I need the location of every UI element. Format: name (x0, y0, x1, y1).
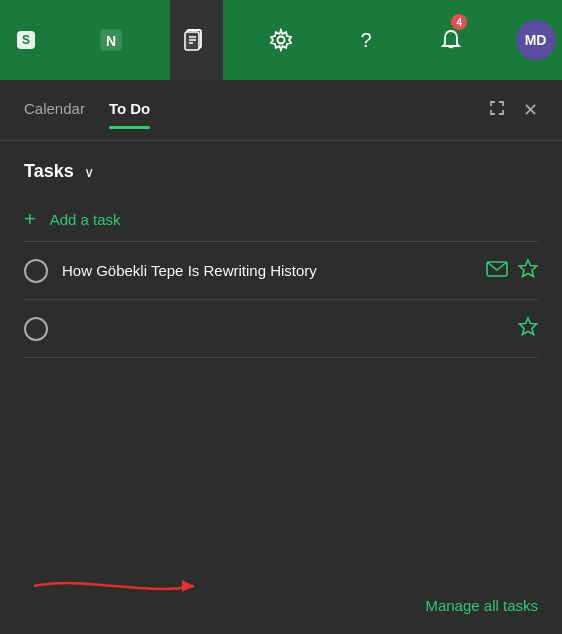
table-row: How Göbekli Tepe Is Rewriting History (24, 242, 538, 300)
nav-item-tasks[interactable] (170, 0, 223, 80)
close-button[interactable]: ✕ (523, 99, 538, 121)
nav-item-onenote[interactable]: N (85, 0, 138, 80)
svg-text:N: N (106, 33, 116, 49)
nav-item-help[interactable]: ? (339, 0, 392, 80)
panel-tabs: Calendar To Do ✕ (0, 80, 562, 140)
task-complete-checkbox[interactable] (24, 259, 48, 283)
tab-calendar[interactable]: Calendar (24, 100, 85, 121)
add-icon: + (24, 208, 36, 231)
tasks-icon (183, 27, 209, 53)
nav-item-profile[interactable]: MD (509, 0, 562, 80)
svg-marker-14 (182, 580, 194, 592)
notifications-icon (438, 27, 464, 53)
panel: Calendar To Do ✕ Tasks ∨ + Add a task (0, 80, 562, 634)
manage-row: Manage all tasks (0, 581, 562, 634)
task-star-icon[interactable] (518, 258, 538, 283)
svg-rect-5 (185, 32, 199, 50)
arrow-annotation (24, 566, 244, 606)
expand-button[interactable] (487, 98, 507, 123)
onenote-icon: N (98, 27, 124, 53)
tasks-section: Tasks ∨ + Add a task How Göbekli Tepe Is… (0, 141, 562, 358)
task-action-icons (486, 258, 538, 283)
settings-icon (268, 27, 294, 53)
skype-icon: S (13, 27, 39, 53)
avatar[interactable]: MD (516, 20, 556, 60)
manage-all-tasks-link[interactable]: Manage all tasks (425, 597, 538, 614)
red-arrow-svg (24, 566, 244, 606)
task-star-icon[interactable] (518, 316, 538, 341)
add-task-row[interactable]: + Add a task (24, 198, 538, 242)
notification-badge: 4 (451, 14, 467, 30)
nav-item-notifications[interactable]: 4 (424, 0, 477, 80)
panel-actions: ✕ (487, 98, 538, 123)
svg-marker-12 (520, 260, 537, 277)
mail-icon[interactable] (486, 261, 508, 281)
task-action-icons (518, 316, 538, 341)
svg-point-9 (278, 37, 285, 44)
tasks-title: Tasks (24, 161, 74, 182)
table-row (24, 300, 538, 358)
task-text: How Göbekli Tepe Is Rewriting History (62, 260, 472, 281)
svg-text:S: S (22, 33, 30, 47)
nav-item-settings[interactable] (255, 0, 308, 80)
topbar: S N ? 4 MD (0, 0, 562, 80)
expand-icon (487, 98, 507, 118)
tasks-chevron-icon[interactable]: ∨ (84, 164, 94, 180)
tasks-header: Tasks ∨ (24, 161, 538, 182)
tab-todo[interactable]: To Do (109, 100, 150, 121)
add-task-label: Add a task (50, 211, 121, 228)
help-icon: ? (353, 27, 379, 53)
task-complete-checkbox[interactable] (24, 317, 48, 341)
svg-marker-13 (520, 318, 537, 335)
nav-item-skype[interactable]: S (0, 0, 53, 80)
svg-text:?: ? (360, 29, 371, 51)
